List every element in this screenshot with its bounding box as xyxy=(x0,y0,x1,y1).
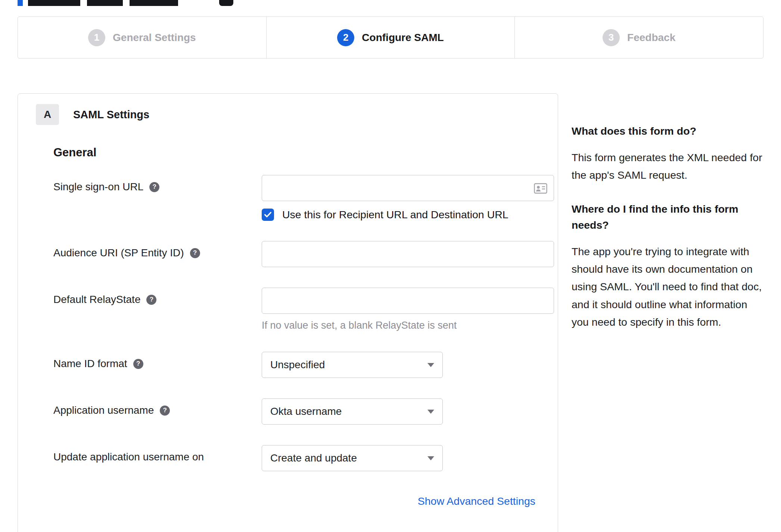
card-header: A SAML Settings xyxy=(36,104,535,125)
field-row-name-id-format: Name ID format ? Unspecified xyxy=(53,352,535,378)
step-general-settings[interactable]: 1 General Settings xyxy=(18,17,266,58)
relay-state-label-wrap: Default RelayState ? xyxy=(53,288,262,306)
sso-url-label: Single sign-on URL xyxy=(53,181,143,193)
sso-url-input[interactable] xyxy=(262,175,554,201)
help-icon[interactable]: ? xyxy=(190,248,200,258)
chevron-down-icon xyxy=(427,456,434,460)
step-3-badge: 3 xyxy=(603,29,620,46)
field-row-sso-url: Single sign-on URL ? xyxy=(53,175,535,221)
field-row-update-username: Update application username on Create an… xyxy=(53,445,535,471)
app-username-select[interactable]: Okta username xyxy=(262,398,443,425)
audience-uri-label: Audience URI (SP Entity ID) xyxy=(53,247,184,259)
relay-state-label: Default RelayState xyxy=(53,294,140,306)
name-id-format-label-wrap: Name ID format ? xyxy=(53,352,262,370)
update-username-value: Create and update xyxy=(270,452,357,464)
chevron-down-icon xyxy=(427,410,434,414)
group-title-general: General xyxy=(53,146,535,159)
recipient-url-checkbox-label: Use this for Recipient URL and Destinati… xyxy=(282,209,508,221)
wizard-stepper: 1 General Settings 2 Configure SAML 3 Fe… xyxy=(18,16,763,59)
section-title: SAML Settings xyxy=(73,109,149,121)
recipient-url-checkbox[interactable] xyxy=(262,209,274,221)
step-configure-saml[interactable]: 2 Configure SAML xyxy=(266,17,515,58)
step-feedback[interactable]: 3 Feedback xyxy=(514,17,763,58)
update-username-label-wrap: Update application username on xyxy=(53,445,262,463)
step-3-label: Feedback xyxy=(627,32,675,44)
saml-form: Single sign-on URL ? xyxy=(53,175,535,507)
section-a-badge: A xyxy=(36,104,59,125)
help-icon[interactable]: ? xyxy=(149,182,159,192)
cropped-title-fragment xyxy=(87,0,123,6)
advanced-settings-row: Show Advanced Settings xyxy=(53,495,535,507)
app-username-value: Okta username xyxy=(270,406,342,417)
name-id-format-select[interactable]: Unspecified xyxy=(262,352,443,378)
help-sidebar: What does this form do? This form genera… xyxy=(572,93,763,348)
cropped-page-title xyxy=(18,0,781,8)
chevron-down-icon xyxy=(427,363,434,367)
field-row-app-username: Application username ? Okta username xyxy=(53,398,535,425)
step-2-label: Configure SAML xyxy=(362,32,444,44)
relay-state-helper-text: If no value is set, a blank RelayState i… xyxy=(262,320,554,331)
step-2-badge: 2 xyxy=(337,29,354,46)
relay-state-control: If no value is set, a blank RelayState i… xyxy=(262,288,554,331)
update-username-select[interactable]: Create and update xyxy=(262,445,443,471)
help-icon[interactable]: ? xyxy=(133,359,143,369)
sso-url-control: Use this for Recipient URL and Destinati… xyxy=(262,175,554,221)
relay-state-input[interactable] xyxy=(262,288,554,314)
field-row-relay-state: Default RelayState ? If no value is set,… xyxy=(53,288,535,331)
contact-card-icon[interactable] xyxy=(534,183,547,195)
cropped-gear-icon xyxy=(219,0,233,6)
name-id-format-label: Name ID format xyxy=(53,358,127,370)
step-1-badge: 1 xyxy=(88,29,105,46)
cropped-title-fragment xyxy=(130,0,178,6)
sso-url-label-wrap: Single sign-on URL ? xyxy=(53,175,262,193)
cropped-title-fragment xyxy=(28,0,80,6)
field-row-audience-uri: Audience URI (SP Entity ID) ? xyxy=(53,241,535,267)
recipient-url-checkbox-row: Use this for Recipient URL and Destinati… xyxy=(262,209,554,221)
app-username-label-wrap: Application username ? xyxy=(53,398,262,416)
sidebar-question-1: What does this form do? xyxy=(572,123,763,139)
show-advanced-settings-link[interactable]: Show Advanced Settings xyxy=(418,495,535,507)
help-icon[interactable]: ? xyxy=(146,295,156,305)
name-id-format-value: Unspecified xyxy=(270,359,325,371)
sidebar-answer-1: This form generates the XML needed for t… xyxy=(572,149,763,184)
saml-settings-card: A SAML Settings General Single sign-on U… xyxy=(18,93,558,532)
sidebar-answer-2: The app you're trying to integrate with … xyxy=(572,243,763,331)
audience-uri-input[interactable] xyxy=(262,241,554,267)
app-username-label: Application username xyxy=(53,404,154,416)
step-1-label: General Settings xyxy=(113,32,196,44)
sidebar-question-2: Where do I find the info this form needs… xyxy=(572,201,763,233)
page-content: A SAML Settings General Single sign-on U… xyxy=(18,93,763,532)
update-username-label: Update application username on xyxy=(53,451,204,463)
help-icon[interactable]: ? xyxy=(160,406,170,416)
audience-uri-label-wrap: Audience URI (SP Entity ID) ? xyxy=(53,241,262,259)
cropped-logo-fragment xyxy=(18,0,23,6)
